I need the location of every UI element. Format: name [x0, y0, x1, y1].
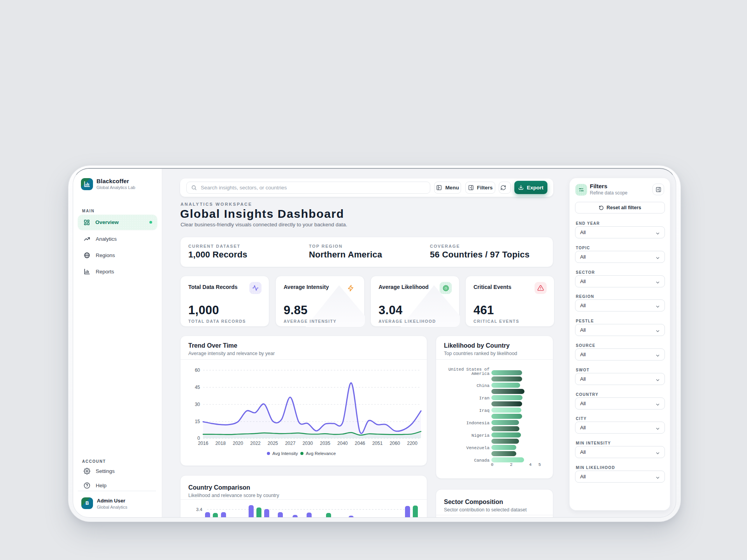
svg-text:4: 4	[529, 462, 532, 467]
svg-text:2016: 2016	[198, 441, 209, 446]
svg-text:Venezuela: Venezuela	[466, 446, 490, 450]
svg-text:Indonesia: Indonesia	[466, 421, 490, 425]
svg-text:2027: 2027	[285, 441, 296, 446]
svg-text:Avg Intensity: Avg Intensity	[272, 451, 298, 456]
svg-text:Nigeria: Nigeria	[472, 433, 490, 438]
svg-text:30: 30	[195, 402, 200, 407]
svg-text:2: 2	[510, 462, 513, 467]
svg-text:Canada: Canada	[474, 458, 489, 463]
svg-text:America: America	[472, 371, 490, 376]
svg-text:60: 60	[195, 368, 200, 373]
svg-text:2060: 2060	[389, 441, 400, 446]
svg-text:2040: 2040	[337, 441, 348, 446]
svg-text:2022: 2022	[250, 441, 261, 446]
svg-text:China: China	[477, 383, 489, 388]
svg-text:Avg Relevance: Avg Relevance	[306, 451, 336, 456]
svg-text:2018: 2018	[215, 441, 226, 446]
svg-text:Iran: Iran	[479, 396, 489, 401]
svg-text:2200: 2200	[407, 441, 417, 446]
svg-text:2030: 2030	[302, 441, 313, 446]
svg-text:2051: 2051	[372, 441, 383, 446]
svg-text:0: 0	[197, 436, 200, 441]
svg-text:2025: 2025	[268, 441, 278, 446]
svg-text:2020: 2020	[233, 441, 243, 446]
svg-text:3.4: 3.4	[196, 507, 203, 512]
svg-text:2035: 2035	[320, 441, 330, 446]
svg-text:2046: 2046	[355, 441, 365, 446]
svg-text:15: 15	[195, 419, 200, 424]
svg-text:5: 5	[538, 462, 541, 467]
svg-text:Iraq: Iraq	[479, 408, 489, 413]
svg-text:0: 0	[491, 462, 494, 467]
svg-text:45: 45	[195, 385, 200, 390]
